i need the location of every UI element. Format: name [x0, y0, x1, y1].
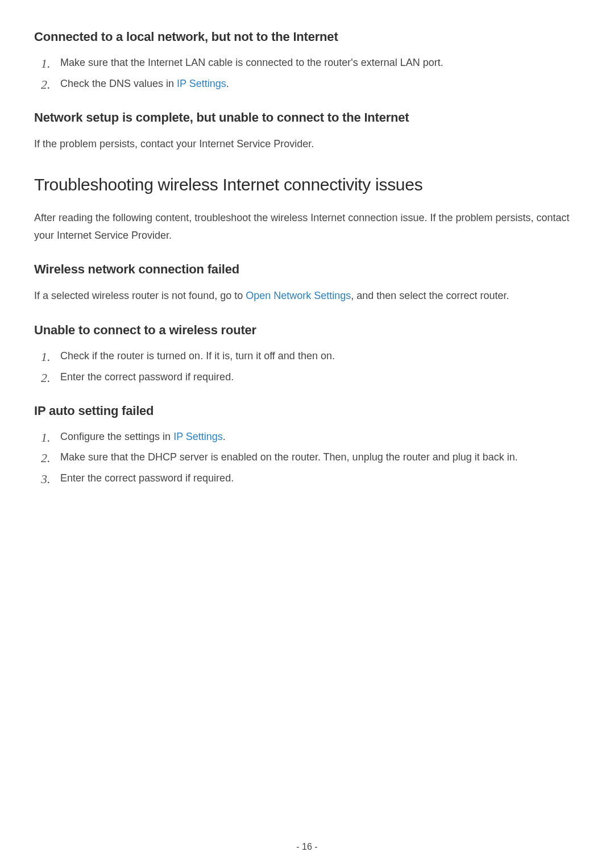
- list-item: 1. Configure the settings in IP Settings…: [41, 429, 580, 445]
- list-number: 3.: [41, 469, 51, 489]
- text-prefix: If a selected wireless router is not fou…: [34, 290, 246, 301]
- list-item: 1. Check if the router is turned on. If …: [41, 348, 580, 364]
- list-unable-connect-router: 1. Check if the router is turned on. If …: [41, 348, 580, 385]
- list-connected-local-network: 1. Make sure that the Internet LAN cable…: [41, 55, 580, 92]
- body-network-setup-complete: If the problem persists, contact your In…: [34, 135, 580, 153]
- list-number: 1.: [41, 53, 51, 73]
- list-item: 2. Check the DNS values in IP Settings.: [41, 76, 580, 92]
- list-text: Make sure that the Internet LAN cable is…: [60, 57, 443, 68]
- heading-troubleshooting-wireless: Troubleshooting wireless Internet connec…: [34, 175, 580, 194]
- list-ip-auto-setting-failed: 1. Configure the settings in IP Settings…: [41, 429, 580, 487]
- list-number: 1.: [41, 347, 51, 367]
- list-number: 1.: [41, 427, 51, 447]
- list-item: 2. Make sure that the DHCP server is ena…: [41, 449, 580, 466]
- heading-connected-local-network: Connected to a local network, but not to…: [34, 30, 580, 44]
- list-text: Check if the router is turned on. If it …: [60, 350, 335, 362]
- list-number: 2.: [41, 368, 51, 388]
- list-item: 3. Enter the correct password if require…: [41, 470, 580, 487]
- list-text-prefix: Configure the settings in: [60, 431, 173, 442]
- list-text-prefix: Check the DNS values in: [60, 78, 177, 89]
- list-text-suffix: .: [223, 431, 226, 442]
- heading-wireless-connection-failed: Wireless network connection failed: [34, 262, 580, 277]
- list-text: Enter the correct password if required.: [60, 371, 234, 383]
- link-ip-settings[interactable]: IP Settings: [177, 78, 226, 89]
- heading-ip-auto-setting-failed: IP auto setting failed: [34, 404, 580, 418]
- text-suffix: , and then select the correct router.: [351, 290, 509, 301]
- list-number: 2.: [41, 448, 51, 468]
- body-wireless-connection-failed: If a selected wireless router is not fou…: [34, 287, 580, 305]
- list-number: 2.: [41, 74, 51, 94]
- list-item: 1. Make sure that the Internet LAN cable…: [41, 55, 580, 71]
- heading-network-setup-complete: Network setup is complete, but unable to…: [34, 110, 580, 125]
- page-number: - 16 -: [0, 842, 614, 852]
- list-text: Make sure that the DHCP server is enable…: [60, 451, 518, 463]
- list-text-suffix: .: [226, 78, 229, 89]
- link-open-network-settings[interactable]: Open Network Settings: [246, 290, 351, 301]
- body-troubleshooting-wireless: After reading the following content, tro…: [34, 209, 580, 244]
- link-ip-settings[interactable]: IP Settings: [173, 431, 223, 442]
- list-item: 2. Enter the correct password if require…: [41, 369, 580, 385]
- heading-unable-connect-router: Unable to connect to a wireless router: [34, 323, 580, 338]
- list-text: Enter the correct password if required.: [60, 472, 234, 484]
